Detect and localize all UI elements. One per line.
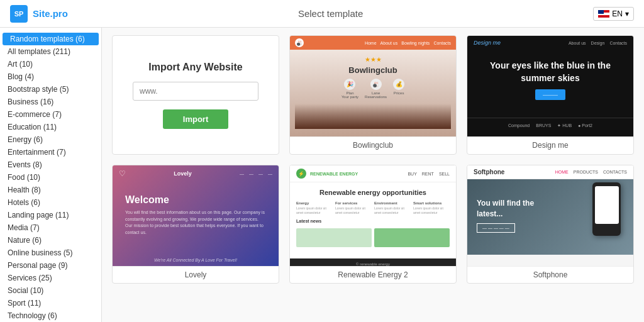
sp-nav: HOME PRODUCTS CONTACTS — [555, 170, 627, 174]
sidebar-item-social[interactable]: Social (10) — [0, 284, 101, 297]
softphone-preview-bg: Softphone HOME PRODUCTS CONTACTS — [467, 165, 633, 266]
template-card-softphone[interactable]: Softphone HOME PRODUCTS CONTACTS — [467, 165, 634, 284]
bc-title: Bowlingclub — [295, 65, 451, 75]
template-grid: Import Any Website Import 🎳 Home About u… — [112, 35, 634, 284]
logo-icon: SP — [10, 5, 28, 23]
lv-nav: — — — — — [240, 172, 272, 176]
sp-phone-screen — [595, 186, 619, 224]
re-col-smart: Smart solutions Lorem ipsum dolor sit am… — [413, 201, 450, 215]
sp-header: Softphone HOME PRODUCTS CONTACTS — [467, 165, 633, 179]
re-footer: © renewable energy — [290, 258, 456, 266]
lv-footer-tagline: We're All Connected By A Love For Travel… — [113, 258, 279, 262]
bc-icon-lane: 🎳 LaneReservations — [365, 79, 387, 99]
lv-header: ♡ Lovely — — — — — [113, 165, 279, 182]
sp-nav-home: HOME — [555, 170, 569, 174]
designme-preview-bg: Design me About us Design Contacts Your … — [467, 36, 633, 136]
sidebar-item-media[interactable]: Media (7) — [0, 221, 101, 234]
page-title: Select template — [298, 8, 363, 19]
template-card-renewable[interactable]: ⚡ RENEWABLE ENERGY BUY RENT SELL Renewab… — [289, 165, 457, 284]
import-title: Import Any Website — [148, 62, 242, 73]
dm-logo-compound: Compound — [508, 123, 530, 128]
re-news-images — [296, 228, 450, 247]
re-logo-text: RENEWABLE ENERGY — [310, 172, 358, 176]
sp-hero-text: You will find thelatest... — — — — — — [477, 198, 534, 233]
re-news-img-2 — [374, 228, 450, 247]
template-card-bowlingclub[interactable]: 🎳 Home About us Bowling nights Contacts … — [289, 35, 457, 155]
bc-logo: 🎳 — [295, 38, 304, 47]
dm-logo-text: Design me — [474, 40, 501, 46]
sidebar-item-energy[interactable]: Energy (6) — [0, 133, 101, 146]
sp-nav-contacts: CONTACTS — [603, 170, 627, 174]
sidebar-item-entertainment[interactable]: Entertainment (7) — [0, 146, 101, 158]
sidebar-item-random-templates[interactable]: Random templates (6) — [3, 33, 99, 45]
re-header: ⚡ RENEWABLE ENERGY BUY RENT SELL — [290, 165, 456, 182]
sidebar-item-hotels[interactable]: Hotels (6) — [0, 196, 101, 209]
sidebar-item-services[interactable]: Services (25) — [0, 272, 101, 284]
language-selector[interactable]: EN ▾ — [593, 7, 634, 21]
sidebar: Random templates (6)All templates (211)A… — [0, 28, 102, 322]
bc-stars: ★★★ — [295, 56, 451, 63]
dm-cta-button[interactable]: ——— — [535, 89, 565, 100]
dm-header: Design me About us Design Contacts — [467, 36, 633, 50]
bc-body: ★★★ Bowlingclub 🎉 PlanYour party 🎳 LaneR… — [290, 50, 456, 134]
lv-subtitle: You will find the best information about… — [125, 209, 266, 236]
template-card-lovely[interactable]: ♡ Lovely — — — — Welcome You will find — [112, 165, 279, 284]
sidebar-item-health[interactable]: Health (8) — [0, 184, 101, 196]
lang-label: EN — [612, 9, 623, 18]
sp-logo-text: Softphone — [474, 169, 504, 175]
sp-hero-cta-button[interactable]: — — — — — — [477, 223, 515, 233]
sidebar-item-art[interactable]: Art (10) — [0, 58, 101, 70]
sidebar-item-all-templates[interactable]: All templates (211) — [0, 45, 101, 58]
import-button[interactable]: Import — [163, 109, 228, 129]
content-area: Import Any Website Import 🎳 Home About u… — [102, 28, 644, 322]
lovely-label: Lovely — [113, 266, 279, 283]
re-nav: BUY RENT SELL — [408, 172, 450, 176]
sidebar-item-business[interactable]: Business (16) — [0, 96, 101, 108]
sp-nav-products: PRODUCTS — [574, 170, 598, 174]
dm-body: Your eyes like the blue in the summer sk… — [467, 50, 633, 110]
sidebar-item-e-commerce[interactable]: E-commerce (7) — [0, 108, 101, 121]
sidebar-item-events[interactable]: Events (8) — [0, 158, 101, 171]
template-preview-lovely: ♡ Lovely — — — — Welcome You will find — [113, 165, 279, 266]
sidebar-item-blog[interactable]: Blog (4) — [0, 70, 101, 83]
re-col-energy: Energy Lorem ipsum dolor sit amet consec… — [296, 201, 333, 215]
renewable-label: Renewable Energy 2 — [290, 266, 456, 283]
main-layout: Random templates (6)All templates (211)A… — [0, 28, 644, 322]
re-col-services: For services Lorem ipsum dolor sit amet … — [335, 201, 372, 215]
bowlingclub-label: Bowlingclub — [290, 136, 456, 153]
lovely-preview-bg: ♡ Lovely — — — — Welcome You will find — [113, 165, 279, 266]
lv-body: Welcome You will find the best informati… — [113, 182, 279, 248]
sidebar-item-technology[interactable]: Technology (6) — [0, 309, 101, 322]
re-body: Renewable energy opportunities Energy Lo… — [290, 182, 456, 253]
import-url-input[interactable] — [133, 82, 258, 101]
re-col-environment: Environment Lorem ipsum dolor sit amet c… — [374, 201, 411, 215]
re-logo-icon: ⚡ — [296, 169, 306, 179]
re-columns: Energy Lorem ipsum dolor sit amet consec… — [296, 201, 450, 215]
sidebar-item-landing-page[interactable]: Landing page (11) — [0, 209, 101, 221]
dm-nav: About us Design Contacts — [569, 41, 627, 45]
logo-text: Site.pro — [33, 8, 68, 19]
sidebar-item-online-business[interactable]: Online business (5) — [0, 247, 101, 259]
re-latest-news-label: Latest news — [296, 219, 450, 223]
dm-partner-logos: Compound BRUYS ✦ HUB ● Port2 — [467, 118, 633, 133]
template-preview-bowlingclub: 🎳 Home About us Bowling nights Contacts … — [290, 36, 456, 136]
sidebar-item-bootstrap-style[interactable]: Bootstrap style (5) — [0, 83, 101, 96]
re-news-img-1 — [296, 228, 372, 247]
sidebar-item-nature[interactable]: Nature (6) — [0, 234, 101, 247]
bc-header: 🎳 Home About us Bowling nights Contacts — [290, 36, 456, 50]
template-card-designme[interactable]: Design me About us Design Contacts Your … — [467, 35, 634, 155]
sp-phone-mockup — [592, 182, 621, 236]
bowlingclub-preview-bg: 🎳 Home About us Bowling nights Contacts … — [290, 36, 456, 136]
designme-label: Design me — [467, 136, 633, 153]
dm-tagline: Your eyes like the blue in the summer sk… — [480, 60, 621, 84]
sidebar-item-food[interactable]: Food (10) — [0, 171, 101, 184]
bc-icon-prices: 💰 Prices — [393, 79, 404, 99]
lv-logo-text: Lovely — [174, 170, 192, 177]
sidebar-item-sport[interactable]: Sport (11) — [0, 297, 101, 309]
sidebar-item-personal-page[interactable]: Personal page (9) — [0, 259, 101, 272]
header: SP Site.pro Select template EN ▾ — [0, 0, 644, 28]
flag-icon — [598, 10, 609, 18]
chevron-down-icon: ▾ — [625, 9, 629, 18]
softphone-label: Softphone — [467, 266, 633, 283]
sidebar-item-education[interactable]: Education (11) — [0, 121, 101, 133]
